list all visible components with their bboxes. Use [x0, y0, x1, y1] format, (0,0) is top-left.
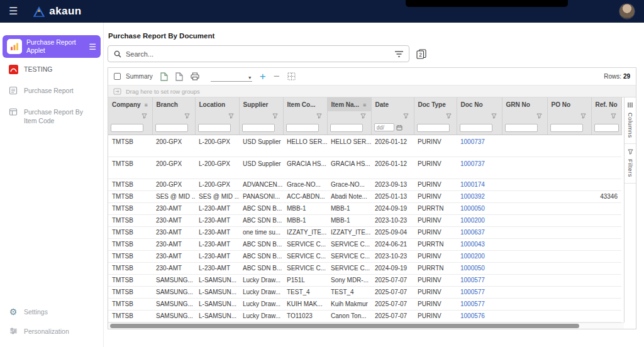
- print-icon[interactable]: [191, 72, 199, 80]
- doc-no-link[interactable]: 1000050: [460, 205, 485, 212]
- filter-funnel-icon[interactable]: [536, 113, 542, 119]
- doc-no-link[interactable]: 1000577: [460, 289, 485, 295]
- table-row[interactable]: TMTSB230-AMTL-230-AMTABC SDN B...MBB-1MB…: [108, 202, 621, 214]
- remove-icon[interactable]: −: [274, 71, 280, 82]
- sidebar-applet-purchase-report[interactable]: Purchase Report Applet ☰: [3, 35, 101, 58]
- table-row[interactable]: TMTSB200-GPXL-200-GPXUSD SupplierHELLO S…: [108, 135, 621, 157]
- column-header[interactable]: Item Co...: [283, 97, 327, 111]
- filter-funnel-icon[interactable]: [611, 113, 616, 119]
- table-row[interactable]: TMTSBSAMSUNG...L-SAMSUN...Lucky Draw...T…: [108, 310, 621, 322]
- search-input[interactable]: [126, 50, 391, 58]
- table-row[interactable]: TMTSBSAMSUNG...L-SAMSUN...Lucky Draw...K…: [108, 298, 621, 310]
- cell: SERVICE C...: [327, 250, 371, 262]
- page-size-select[interactable]: ▼: [211, 71, 252, 82]
- filter-funnel-icon[interactable]: [228, 113, 234, 119]
- column-header[interactable]: Doc Type: [414, 97, 457, 111]
- sidebar-item-purchase-report-by-item-code[interactable]: Purchase Report By Item Code: [0, 102, 103, 131]
- column-header[interactable]: Date: [371, 97, 414, 111]
- column-header[interactable]: PO No: [547, 97, 591, 111]
- column-menu-icon[interactable]: ≡: [363, 102, 366, 108]
- doc-no-link[interactable]: 1000577: [460, 300, 485, 307]
- doc-no-link[interactable]: 1000576: [460, 312, 485, 319]
- collapse-menu-icon[interactable]: ☰: [89, 43, 96, 51]
- akaun-logo-icon: [33, 6, 45, 18]
- tab-filters[interactable]: Filters: [625, 144, 636, 184]
- table-row[interactable]: TMTSBSES @ MID ...SES @ MID ...PANASONI.…: [108, 190, 621, 202]
- column-header[interactable]: Branch: [152, 97, 195, 111]
- column-header[interactable]: GRN No: [502, 97, 547, 111]
- user-avatar[interactable]: [619, 3, 635, 19]
- column-filter-input[interactable]: [550, 124, 583, 132]
- row-group-dropzone[interactable]: Drag here to set row groups: [108, 85, 636, 97]
- menu-icon[interactable]: ☰: [9, 6, 18, 16]
- filter-funnel-cell: [547, 111, 591, 121]
- column-filter-input[interactable]: [242, 124, 275, 132]
- doc-no-link[interactable]: 1000174: [460, 181, 485, 188]
- grid-layout-icon[interactable]: [287, 72, 296, 80]
- column-filter-input[interactable]: [460, 124, 492, 132]
- table-row[interactable]: TMTSB230-AMTL-230-AMTABC SDN B...SERVICE…: [108, 250, 621, 262]
- column-header[interactable]: Company≡: [108, 97, 152, 111]
- search-filter-icon[interactable]: [395, 51, 403, 57]
- column-header[interactable]: Supplier: [239, 97, 283, 111]
- sidebar-item-personalization[interactable]: Personalization: [0, 322, 103, 342]
- summary-checkbox[interactable]: [114, 73, 121, 80]
- brand-logo[interactable]: akaun: [33, 5, 81, 18]
- doc-no-link[interactable]: 1000577: [460, 277, 485, 284]
- copy-file-icon[interactable]: [175, 72, 183, 81]
- doc-no-link[interactable]: 1000050: [460, 265, 485, 272]
- table-row[interactable]: TMTSB200-GPXL-200-GPXADVANCEN...Grace-NO…: [108, 179, 621, 190]
- filter-funnel-icon[interactable]: [316, 113, 322, 119]
- filter-funnel-icon[interactable]: [272, 113, 278, 119]
- scrollbar-thumb[interactable]: [110, 324, 579, 328]
- column-filter-input[interactable]: [505, 124, 538, 132]
- doc-no-link[interactable]: 1000737: [460, 138, 485, 145]
- filter-funnel-icon[interactable]: [142, 113, 147, 119]
- export-file-icon[interactable]: [160, 72, 168, 81]
- form-view-2-icon[interactable]: 2: [416, 49, 426, 59]
- doc-no-link[interactable]: 1000637: [460, 229, 485, 236]
- filter-funnel-icon[interactable]: [184, 113, 190, 119]
- column-filter-input[interactable]: [198, 124, 231, 132]
- filter-funnel-icon[interactable]: [403, 113, 409, 119]
- table-row[interactable]: TMTSB230-AMTL-230-AMTABC SDN B...SERVICE…: [108, 238, 621, 250]
- doc-no-link[interactable]: 1000737: [460, 160, 485, 167]
- doc-no-cell: 1000577: [457, 298, 502, 310]
- table-row[interactable]: TMTSBSAMSUNG...L-SAMSUN...Lucky Draw...T…: [108, 286, 621, 298]
- doc-no-link[interactable]: 1000200: [460, 253, 485, 260]
- add-icon[interactable]: +: [260, 71, 266, 82]
- calendar-icon[interactable]: [396, 124, 402, 131]
- tab-columns[interactable]: Columns: [625, 97, 636, 144]
- filter-funnel-icon[interactable]: [580, 113, 586, 119]
- cell: IZZATY_ITE...: [327, 226, 371, 238]
- column-filter-input[interactable]: [594, 124, 619, 132]
- column-filter-input[interactable]: [330, 124, 363, 132]
- cell: [502, 190, 547, 202]
- column-header[interactable]: Ref. No: [591, 97, 621, 111]
- table-row[interactable]: TMTSBSAMSUNG...L-SAMSUN...Lucky Draw...P…: [108, 274, 621, 286]
- sidebar-item-testing[interactable]: TESTING: [0, 59, 103, 80]
- doc-no-link[interactable]: 1000043: [460, 241, 485, 248]
- column-header[interactable]: Doc No: [457, 97, 502, 111]
- filter-funnel-icon[interactable]: [491, 113, 497, 119]
- filter-funnel-icon[interactable]: [360, 113, 366, 119]
- filter-funnel-icon[interactable]: [446, 113, 452, 119]
- sidebar-item-settings[interactable]: ⚙ Settings: [0, 302, 103, 322]
- column-filter-input[interactable]: [417, 124, 450, 132]
- doc-no-link[interactable]: 1000200: [460, 217, 485, 224]
- table-row[interactable]: TMTSB230-AMTL-230-AMTone time su...IZZAT…: [108, 226, 621, 238]
- column-filter-input[interactable]: [286, 124, 319, 132]
- column-header[interactable]: Item Na...≡: [327, 97, 371, 111]
- sidebar-item-purchase-report[interactable]: Purchase Report: [0, 80, 103, 102]
- table-row[interactable]: TMTSB230-AMTL-230-AMTABC SDN B...SERVICE…: [108, 262, 621, 274]
- date-filter-input[interactable]: [374, 123, 394, 131]
- cell: L-230-AMT: [195, 202, 239, 214]
- column-filter-input[interactable]: [155, 124, 188, 132]
- table-row[interactable]: TMTSB230-AMTL-230-AMTABC SDN B...MBB-1MB…: [108, 214, 621, 226]
- column-menu-icon[interactable]: ≡: [145, 102, 148, 108]
- table-row[interactable]: TMTSB200-GPXL-200-GPXUSD SupplierGRACIA …: [108, 157, 621, 179]
- horizontal-scrollbar[interactable]: [108, 322, 624, 329]
- doc-no-link[interactable]: 1000392: [460, 193, 485, 200]
- column-filter-input[interactable]: [111, 124, 143, 132]
- column-header[interactable]: Location: [195, 97, 239, 111]
